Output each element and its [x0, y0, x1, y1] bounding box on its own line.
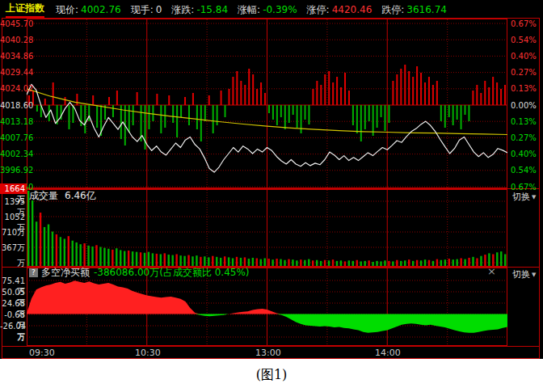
time-label: 14:00	[375, 348, 401, 358]
quote-field-value: -15.84	[196, 4, 228, 15]
time-label: 09:30	[29, 348, 55, 358]
pct-axis-label: 0.54%	[511, 165, 541, 175]
indicator-switch-button[interactable]: 切换▼	[512, 268, 536, 280]
quote-field-value: 4002.76	[81, 4, 121, 15]
indicator-axis-label: 万	[0, 332, 25, 343]
price-axis-label: 4024.02	[0, 83, 25, 94]
price-axis-label: 4002.34	[0, 149, 25, 159]
price-axis-label: 4013.18	[0, 116, 25, 127]
pct-axis-label: 0.13%	[511, 83, 541, 94]
volume-axis-label: 万	[0, 258, 25, 268]
pct-axis-label: 0.40%	[511, 51, 541, 61]
indicator-title: 多空净买额	[41, 266, 90, 280]
volume-axis-label: 367万	[0, 242, 25, 253]
quote-field-label: 现价:	[56, 4, 78, 15]
quote-field-label: 现手:	[131, 4, 154, 15]
volume-current-label: 1664万	[0, 183, 27, 194]
help-icon[interactable]: ?	[29, 268, 38, 277]
quote-field-value: 0	[156, 4, 162, 15]
pct-axis-label: 0.00%	[511, 100, 541, 111]
close-icon[interactable]: ×	[486, 266, 497, 277]
indicator-axis-label: 50.05万	[0, 287, 25, 297]
volume-axis-label: 710万	[0, 227, 25, 238]
quote-field-value: -0.39%	[263, 4, 297, 15]
quote-header: 上证指数 现价:4002.76现手:0涨跌:-15.84涨幅:-0.39%涨停:…	[0, 2, 457, 17]
price-axis-label: 4034.86	[0, 51, 25, 61]
price-axis-label: 4007.76	[0, 133, 25, 143]
quote-field-label: 涨幅:	[238, 4, 260, 15]
volume-total-value: 6.46亿	[65, 190, 96, 201]
volume-chart-canvas[interactable]	[27, 189, 507, 267]
price-axis-label: 3996.92	[0, 165, 25, 175]
indicator-axis-label: -0.68万	[0, 310, 25, 320]
indicator-value: -386086.00万(占成交额比 0.45%)	[94, 266, 250, 280]
indicator-axis-label: -26.04万	[0, 321, 25, 331]
pct-axis-label: 0.40%	[511, 149, 541, 159]
volume-switch-button[interactable]: 切换▼	[512, 191, 536, 203]
pct-axis-label: 0.27%	[511, 67, 541, 78]
chevron-down-icon: ▼	[532, 272, 536, 278]
pct-axis-label: 0.54%	[511, 35, 541, 45]
pct-axis-label: 0.13%	[511, 116, 541, 127]
quote-field-label: 涨跌:	[171, 4, 194, 15]
volume-axis-label: 1052万	[0, 212, 25, 222]
quote-field-value: 4420.46	[332, 4, 373, 15]
price-axis-label: 4040.28	[0, 35, 25, 45]
time-label: 13:00	[255, 348, 281, 358]
caption-row: (图1)	[0, 359, 543, 392]
quote-field-label: 跌停:	[381, 4, 404, 15]
indicator-axis-label: 24.68万	[0, 298, 25, 309]
volume-title: 成交量6.46亿	[29, 189, 96, 203]
index-name-tab[interactable]: 上证指数	[6, 2, 44, 18]
price-axis-label: 4018.60	[0, 100, 25, 111]
indicator-axis-label: 75.41万	[0, 276, 25, 286]
quote-fields: 现价:4002.76现手:0涨跌:-15.84涨幅:-0.39%涨停:4420.…	[56, 3, 457, 17]
volume-title-label: 成交量	[29, 190, 58, 201]
price-chart-canvas[interactable]	[27, 19, 507, 188]
indicator-header: ? 多空净买额 -386086.00万(占成交额比 0.45%)	[29, 267, 250, 279]
time-label: 10:30	[135, 348, 161, 358]
pct-axis-label: 0.27%	[511, 133, 541, 143]
figure-caption: (图1)	[256, 367, 288, 384]
stock-app-window: 上证指数 现价:4002.76现手:0涨跌:-15.84涨幅:-0.39%涨停:…	[0, 0, 543, 359]
quote-field-value: 3616.74	[406, 4, 447, 15]
price-axis-label: 4029.44	[0, 67, 25, 78]
quote-field-label: 涨停:	[307, 4, 330, 15]
pct-axis-label: 0.67%	[511, 19, 541, 29]
chevron-down-icon: ▼	[532, 194, 536, 200]
panel-divider	[2, 346, 540, 347]
price-axis-label: 4045.70	[0, 19, 25, 29]
